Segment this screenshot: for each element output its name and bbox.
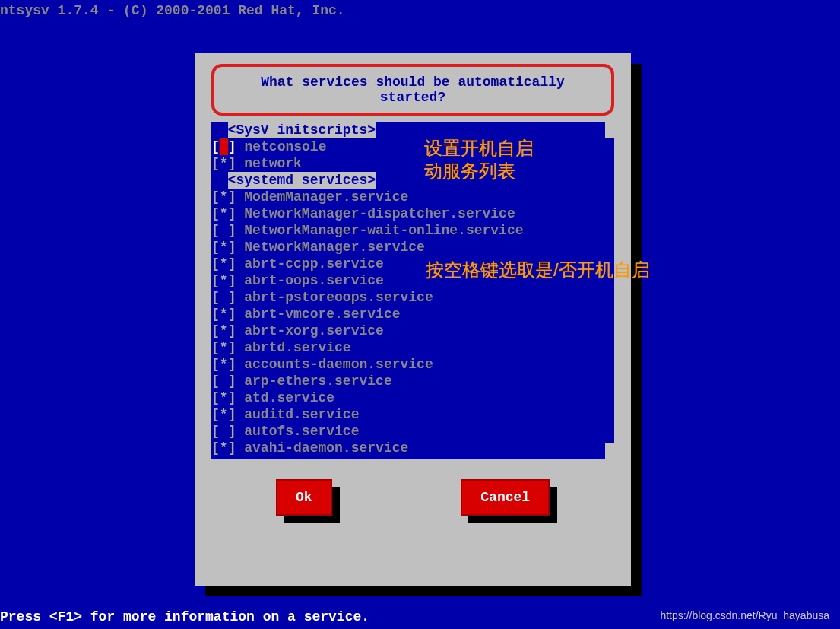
scrollbar-top-icon[interactable] (605, 122, 614, 138)
checkbox-mark[interactable]: * (220, 356, 228, 373)
service-name: network (244, 155, 302, 172)
checkbox-mark[interactable]: * (220, 322, 228, 339)
annotation-line1: 设置开机自启 (424, 137, 534, 160)
checkbox-left-bracket: [ (211, 222, 220, 239)
checkbox-right-bracket: ] (228, 222, 236, 239)
service-row[interactable]: [ ] arp-ethers.service (211, 373, 607, 389)
checkbox-right-bracket: ] (228, 239, 236, 256)
service-row[interactable]: [*] abrt-vmcore.service (211, 306, 607, 322)
checkbox-left-bracket: [ (211, 339, 220, 356)
checkbox-left-bracket: [ (211, 239, 220, 256)
checkbox-right-bracket: ] (228, 423, 236, 440)
checkbox-right-bracket: ] (228, 440, 236, 456)
service-row[interactable]: [*] atd.service (211, 389, 607, 406)
app-header: ntsysv 1.7.4 - (C) 2000-2001 Red Hat, In… (0, 3, 345, 18)
checkbox-left-bracket: [ (211, 289, 220, 306)
services-dialog: What services should be automatically st… (195, 53, 631, 586)
checkbox-mark[interactable]: * (220, 205, 228, 222)
service-row[interactable]: [ ] autofs.service (211, 423, 607, 440)
checkbox-cursor[interactable] (220, 138, 228, 155)
checkbox-mark[interactable] (220, 222, 228, 239)
service-name: auditd.service (244, 406, 359, 423)
cancel-button[interactable]: Cancel (461, 479, 550, 516)
checkbox-right-bracket: ] (228, 138, 236, 155)
checkbox-left-bracket: [ (211, 155, 220, 172)
checkbox-right-bracket: ] (228, 256, 236, 272)
service-name: accounts-daemon.service (244, 356, 433, 373)
checkbox-mark[interactable]: * (220, 339, 228, 356)
service-name: netconsole (244, 138, 326, 155)
checkbox-right-bracket: ] (228, 339, 236, 356)
service-name: avahi-daemon.service (244, 440, 408, 456)
service-row[interactable]: [*] abrt-xorg.service (211, 322, 607, 339)
checkbox-mark[interactable]: * (220, 440, 228, 456)
checkbox-right-bracket: ] (228, 356, 236, 373)
checkbox-left-bracket: [ (211, 373, 220, 389)
watermark: https://blog.csdn.net/Ryu_hayabusa (660, 609, 829, 621)
checkbox-left-bracket: [ (211, 322, 220, 339)
service-name: abrtd.service (244, 339, 350, 356)
service-row[interactable]: [*] avahi-daemon.service (211, 440, 607, 456)
dialog-prompt: What services should be automatically st… (211, 64, 614, 116)
group-label: <systemd services> (228, 172, 376, 189)
checkbox-right-bracket: ] (228, 373, 236, 389)
checkbox-left-bracket: [ (211, 440, 220, 456)
service-row[interactable]: [*] auditd.service (211, 406, 607, 423)
checkbox-right-bracket: ] (228, 322, 236, 339)
checkbox-mark[interactable]: * (220, 272, 228, 289)
scrollbar-bottom-icon[interactable] (605, 443, 614, 459)
service-row[interactable]: [*] NetworkManager.service (211, 239, 607, 256)
checkbox-mark[interactable]: * (220, 256, 228, 272)
checkbox-mark[interactable]: * (220, 189, 228, 205)
service-name: NetworkManager.service (244, 239, 425, 256)
service-name: abrt-oops.service (244, 272, 384, 289)
group-label: <SysV initscripts> (228, 122, 376, 138)
checkbox-left-bracket: [ (211, 423, 220, 440)
service-name: arp-ethers.service (244, 373, 391, 389)
annotation-line2: 动服务列表 (424, 160, 534, 183)
checkbox-mark[interactable]: * (220, 239, 228, 256)
service-row[interactable]: [ ] NetworkManager-wait-online.service (211, 222, 607, 239)
checkbox-mark[interactable]: * (220, 155, 228, 172)
checkbox-right-bracket: ] (228, 189, 236, 205)
checkbox-mark[interactable] (220, 289, 228, 306)
checkbox-left-bracket: [ (211, 272, 220, 289)
service-name: autofs.service (244, 423, 359, 440)
service-row[interactable]: [*] ModemManager.service (211, 189, 607, 205)
checkbox-mark[interactable]: * (220, 389, 228, 406)
checkbox-left-bracket: [ (211, 356, 220, 373)
service-row[interactable]: [ ] abrt-pstoreoops.service (211, 289, 607, 306)
button-row: Ok Cancel (211, 479, 614, 516)
service-name: ModemManager.service (244, 189, 408, 205)
checkbox-left-bracket: [ (211, 189, 220, 205)
checkbox-mark[interactable]: * (220, 406, 228, 423)
services-listbox[interactable]: <SysV initscripts>[] netconsole[*] netwo… (211, 122, 614, 459)
checkbox-left-bracket: [ (211, 389, 220, 406)
service-row[interactable]: [*] abrtd.service (211, 339, 607, 356)
service-group-header: <systemd services> (211, 172, 607, 189)
checkbox-mark[interactable] (220, 373, 228, 389)
checkbox-right-bracket: ] (228, 389, 236, 406)
service-row[interactable]: [*] network (211, 155, 607, 172)
service-row[interactable]: [] netconsole (211, 138, 607, 155)
checkbox-right-bracket: ] (228, 272, 236, 289)
checkbox-mark[interactable]: * (220, 306, 228, 322)
checkbox-right-bracket: ] (228, 205, 236, 222)
service-name: atd.service (244, 389, 334, 406)
service-name: abrt-xorg.service (244, 322, 384, 339)
checkbox-left-bracket: [ (211, 406, 220, 423)
service-name: NetworkManager-dispatcher.service (244, 205, 515, 222)
ok-label: Ok (296, 490, 312, 505)
service-name: abrt-vmcore.service (244, 306, 400, 322)
checkbox-right-bracket: ] (228, 306, 236, 322)
service-row[interactable]: [*] accounts-daemon.service (211, 356, 607, 373)
help-footer: Press <F1> for more information on a ser… (0, 609, 369, 624)
checkbox-left-bracket: [ (211, 138, 220, 155)
checkbox-left-bracket: [ (211, 256, 220, 272)
annotation-spacebar: 按空格键选取是/否开机自启 (426, 259, 745, 281)
ok-button[interactable]: Ok (276, 479, 332, 516)
checkbox-left-bracket: [ (211, 205, 220, 222)
service-row[interactable]: [*] NetworkManager-dispatcher.service (211, 205, 607, 222)
checkbox-mark[interactable] (220, 423, 228, 440)
service-name: abrt-ccpp.service (244, 256, 384, 272)
